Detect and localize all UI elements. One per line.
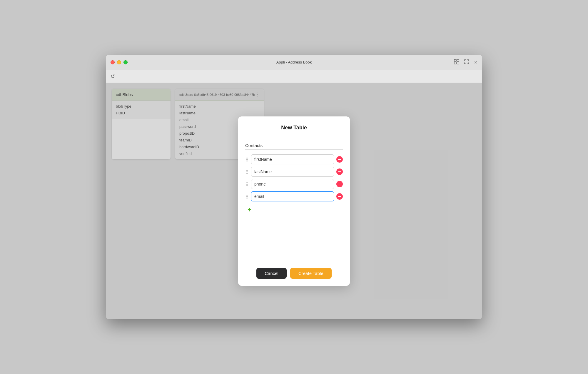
modal-divider	[245, 137, 343, 137]
new-table-modal: New Table	[238, 116, 350, 286]
table-row	[245, 154, 343, 164]
close-window-icon[interactable]: ✕	[474, 60, 477, 65]
modal-title: New Table	[245, 125, 343, 131]
field-input-lastname[interactable]	[251, 167, 334, 177]
remove-field-button[interactable]	[336, 156, 343, 163]
expand-icon[interactable]	[464, 59, 469, 66]
table-name-input[interactable]	[245, 142, 343, 150]
drag-handle[interactable]	[245, 194, 249, 199]
field-input-email[interactable]	[251, 191, 334, 201]
traffic-lights	[111, 60, 128, 64]
svg-rect-3	[457, 62, 459, 64]
minimize-button[interactable]	[117, 60, 121, 64]
remove-field-button[interactable]	[336, 181, 343, 187]
table-row	[245, 191, 343, 201]
titlebar-controls: ✕	[454, 59, 477, 66]
cancel-button[interactable]: Cancel	[256, 268, 287, 279]
add-field-button[interactable]: +	[245, 205, 254, 215]
drag-handle[interactable]	[245, 157, 249, 162]
toolbar: ↺	[106, 70, 482, 83]
modal-footer: Cancel Create Table	[245, 268, 343, 279]
remove-field-button[interactable]	[336, 168, 343, 175]
svg-rect-2	[454, 62, 456, 64]
titlebar: Appli - Address Book ✕	[106, 55, 482, 70]
svg-rect-1	[457, 59, 459, 61]
field-input-phone[interactable]	[251, 179, 334, 189]
drag-handle[interactable]	[245, 182, 249, 187]
table-row	[245, 167, 343, 177]
window-title: Appli - Address Book	[276, 60, 312, 64]
modal-overlay: New Table	[106, 83, 482, 319]
main-content: cdbBlobs ⋮ blobType HBID cdbUsers-6a6bdb…	[106, 83, 482, 319]
drag-handle[interactable]	[245, 169, 249, 174]
app-window: Appli - Address Book ✕ ↺	[106, 55, 482, 319]
close-button[interactable]	[111, 60, 115, 64]
maximize-button[interactable]	[123, 60, 128, 64]
field-rows	[245, 154, 343, 201]
refresh-button[interactable]: ↺	[111, 73, 115, 80]
create-table-button[interactable]: Create Table	[290, 268, 332, 279]
svg-rect-0	[454, 59, 456, 61]
remove-field-button[interactable]	[336, 193, 343, 200]
field-input-firstname[interactable]	[251, 154, 334, 164]
table-row	[245, 179, 343, 189]
grid-view-icon[interactable]	[454, 59, 459, 66]
